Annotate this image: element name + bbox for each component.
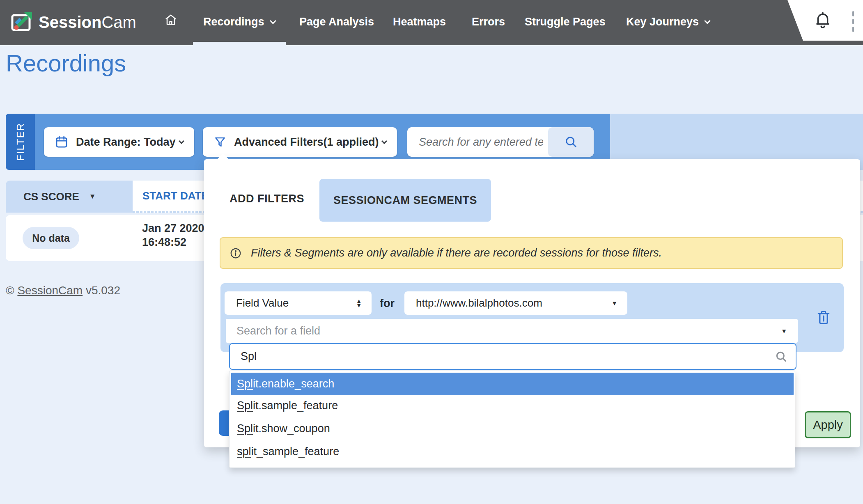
- for-label: for: [380, 297, 395, 310]
- nav-item-key-journeys[interactable]: Key Journeys: [626, 16, 709, 28]
- field-type-value: Field Value: [236, 297, 289, 309]
- chevron-down-icon: [704, 18, 711, 24]
- page-title: Recordings: [6, 49, 126, 77]
- spinner-arrows-icon: ▲▼: [356, 299, 362, 308]
- brand-light: Cam: [101, 13, 136, 31]
- option-match-text: Spl: [237, 378, 253, 390]
- tab-sessioncam-segments[interactable]: SESSIONCAM SEGMENTS: [319, 179, 491, 222]
- nav-item-label: Recordings: [203, 16, 264, 28]
- option-split-sample-feature-lower[interactable]: split_sample_feature: [230, 442, 795, 461]
- field-select-combobox[interactable]: Search for a field ▼: [226, 319, 798, 343]
- cs-score-badge: No data: [23, 227, 79, 249]
- start-date-line2: 16:48:52: [142, 235, 207, 249]
- site-select-value: http://www.bilalphotos.com: [416, 297, 542, 309]
- chevron-down-icon: [179, 138, 184, 144]
- nav-item-label: Errors: [472, 16, 505, 28]
- chevron-down-icon: [270, 18, 276, 24]
- start-date-line1: Jan 27 2020,: [142, 221, 207, 235]
- nav-item-page-analysis[interactable]: Page Analysis: [299, 16, 374, 28]
- apply-button[interactable]: Apply: [805, 411, 851, 438]
- delete-trash-icon[interactable]: [816, 309, 831, 328]
- nav-item-heatmaps[interactable]: Heatmaps: [393, 16, 446, 28]
- nav-item-struggle-pages[interactable]: Struggle Pages: [525, 16, 606, 28]
- footer: © SessionCam v5.032: [6, 284, 120, 297]
- option-split-enable-search[interactable]: Split.enable_search: [231, 373, 794, 395]
- sessioncam-logo-icon: [11, 11, 34, 34]
- field-search-box: [229, 343, 796, 370]
- dropdown-arrow-icon: ▼: [781, 328, 787, 334]
- option-split-show-coupon[interactable]: Split.show_coupon: [230, 419, 795, 438]
- brand-bold: Session: [39, 13, 101, 31]
- column-header-cs-score[interactable]: CS SCORE ▼: [6, 181, 133, 213]
- brand-title[interactable]: SessionCam: [39, 13, 136, 32]
- field-search-input[interactable]: [230, 344, 760, 369]
- more-menu-icon[interactable]: [852, 11, 854, 32]
- top-nav-bar: SessionCam Recordings Page Analysis Heat…: [0, 0, 863, 45]
- panel-pointer-notch: [217, 153, 229, 160]
- start-date-cell: Jan 27 2020, 16:48:52: [142, 221, 207, 249]
- advanced-filters-label: Advanced Filters(1 applied): [234, 136, 379, 149]
- column-label: CS SCORE: [23, 190, 79, 203]
- nav-item-errors[interactable]: Errors: [472, 16, 505, 28]
- dropdown-arrow-icon: ▼: [611, 300, 617, 307]
- field-select-placeholder: Search for a field: [236, 325, 320, 337]
- advanced-filters-panel: ADD FILTERS SESSIONCAM SEGMENTS Filters …: [204, 159, 860, 447]
- site-select[interactable]: http://www.bilalphotos.com ▼: [404, 291, 627, 315]
- field-type-select[interactable]: Field Value ▲▼: [225, 291, 372, 315]
- date-range-label: Date Range: Today: [76, 136, 176, 149]
- sessioncam-logo[interactable]: [11, 11, 34, 35]
- notification-bell-icon[interactable]: [815, 11, 831, 32]
- nav-item-label: Heatmaps: [393, 16, 446, 28]
- info-icon: [230, 247, 242, 259]
- filter-funnel-icon: [213, 135, 227, 149]
- search-icon: [774, 350, 788, 365]
- option-match-text: spl: [237, 445, 251, 458]
- advanced-filters-button[interactable]: Advanced Filters(1 applied): [203, 127, 397, 157]
- home-icon[interactable]: [163, 12, 178, 29]
- option-split-sample-feature[interactable]: Split.sample_feature: [230, 396, 795, 415]
- option-match-text: Spl: [237, 399, 253, 412]
- option-rest-text: it_sample_feature: [251, 445, 340, 458]
- footer-sessioncam-link[interactable]: SessionCam: [17, 284, 83, 297]
- nav-item-label: Key Journeys: [626, 16, 699, 28]
- search-button[interactable]: [548, 127, 594, 157]
- copyright-symbol: ©: [6, 284, 14, 297]
- session-search-box: [407, 127, 594, 157]
- footer-version: v5.032: [86, 284, 120, 297]
- active-nav-indicator: [193, 42, 286, 45]
- search-icon: [564, 135, 578, 149]
- option-rest-text: it.sample_feature: [253, 399, 338, 412]
- sort-descending-icon: ▼: [89, 192, 96, 201]
- session-search-input[interactable]: [407, 127, 543, 157]
- option-rest-text: it.show_coupon: [253, 422, 330, 435]
- column-label: START DATE: [142, 190, 209, 202]
- option-rest-text: it.enable_search: [253, 378, 334, 390]
- nav-item-label: Page Analysis: [299, 16, 374, 28]
- tab-add-filters[interactable]: ADD FILTERS: [230, 191, 304, 206]
- option-match-text: Spl: [237, 422, 253, 435]
- info-banner-text: Filters & Segments are only available if…: [251, 247, 662, 259]
- filter-tab-label: FILTER: [15, 123, 26, 161]
- filter-side-tab[interactable]: FILTER: [6, 114, 35, 170]
- chevron-down-icon: [381, 138, 387, 144]
- calendar-icon: [55, 135, 69, 149]
- info-banner: Filters & Segments are only available if…: [220, 237, 843, 269]
- nav-item-recordings[interactable]: Recordings: [203, 16, 275, 28]
- date-range-button[interactable]: Date Range: Today: [44, 127, 194, 157]
- nav-item-label: Struggle Pages: [525, 16, 606, 28]
- field-options-dropdown: Split.enable_search Split.sample_feature…: [229, 371, 795, 468]
